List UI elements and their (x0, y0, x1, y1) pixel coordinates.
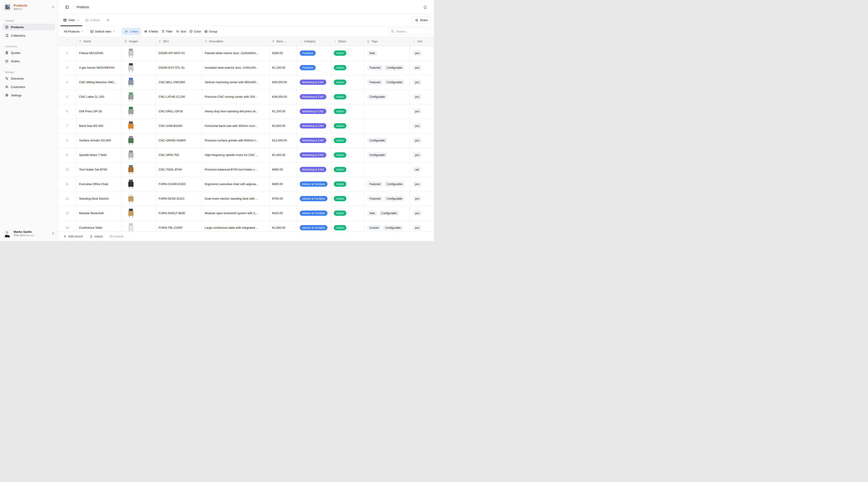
base-price-cell[interactable]: €38,000.00 (270, 90, 297, 104)
tags-cell[interactable]: FeaturedConfigurable (365, 75, 410, 89)
row-height-button[interactable]: 2 lines (122, 28, 141, 35)
sidebar-item-orders[interactable]: Orders (3, 58, 55, 65)
column-header-name[interactable]: Name (76, 37, 122, 46)
category-cell[interactable]: Interior & Furniture (297, 177, 331, 191)
row-number-cell[interactable]: 3 (58, 60, 76, 75)
tags-cell[interactable]: FeaturedConfigurable (365, 60, 410, 75)
column-header-category[interactable]: Category (297, 37, 331, 46)
base-price-cell[interactable]: €12,500.00 (270, 133, 297, 148)
tags-cell[interactable]: New (365, 46, 410, 60)
images-cell[interactable] (122, 133, 156, 148)
description-cell[interactable]: Dual-motor electric standing desk with .… (202, 191, 270, 206)
sku-cell[interactable]: CNC-LATHE-CL200 (156, 90, 202, 104)
row-number-cell[interactable]: 11 (58, 177, 76, 191)
unit-cell[interactable]: set (410, 162, 434, 177)
filter-button[interactable]: Filter (161, 30, 173, 33)
column-header-sku[interactable]: SKU (156, 37, 202, 46)
images-cell[interactable] (122, 60, 156, 75)
row-number-cell[interactable]: 13 (58, 206, 76, 220)
add-view-button[interactable] (103, 14, 113, 26)
status-cell[interactable]: Active (331, 46, 365, 60)
column-header-status[interactable]: Status (331, 37, 365, 46)
user-menu[interactable]: Marko Santic PRELAKO d.o.o.2 (0, 227, 58, 241)
images-cell[interactable] (122, 177, 156, 191)
column-header-base-[interactable]: Base ... (270, 37, 297, 46)
sidebar-item-customers[interactable]: Customers (3, 84, 55, 90)
name-cell[interactable]: Executive Office Chair (76, 177, 122, 191)
row-number-cell[interactable]: 14 (58, 220, 76, 232)
unit-cell[interactable]: pcs (410, 119, 434, 133)
status-cell[interactable]: Active (331, 60, 365, 75)
category-cell[interactable]: Furniture (297, 60, 331, 75)
base-price-cell[interactable]: €1,200.00 (270, 104, 297, 118)
search-input[interactable] (396, 30, 428, 33)
tags-cell[interactable] (365, 119, 410, 133)
images-cell[interactable] (122, 148, 156, 162)
images-cell[interactable] (122, 90, 156, 104)
row-number-cell[interactable]: 12 (58, 191, 76, 206)
select-all-checkbox[interactable] (65, 39, 69, 43)
notifications-button[interactable] (422, 4, 428, 10)
row-number-cell[interactable]: 2 (58, 46, 76, 60)
status-cell[interactable]: Active (331, 191, 365, 206)
sidebar-item-quotes[interactable]: Quotes (3, 49, 55, 56)
description-cell[interactable]: Ergonomic executive chair with adjusta..… (202, 177, 270, 191)
description-cell[interactable]: Insulated steel exterior door, 2100x100.… (202, 60, 270, 75)
column-header-images[interactable]: Images (122, 37, 156, 46)
name-cell[interactable]: 4 gas burner NEGVREP4A (76, 60, 122, 75)
unit-cell[interactable]: pcs (410, 75, 434, 89)
description-cell[interactable]: Painted white interior door, 2100x800m..… (202, 46, 270, 60)
name-cell[interactable]: Spindle Motor 7.5kW (76, 148, 122, 162)
row-number-cell[interactable]: 10 (58, 162, 76, 177)
status-cell[interactable]: Active (331, 220, 365, 232)
row-number-cell[interactable]: 9 (58, 148, 76, 162)
description-cell[interactable]: Horizontal band saw with 300mm roun... (202, 119, 270, 133)
name-cell[interactable]: Standing Desk Electric (76, 191, 122, 206)
sidebar-item-products[interactable]: Products (3, 24, 55, 30)
name-cell[interactable]: Friteza NECGP4G (76, 46, 122, 60)
name-cell[interactable]: Drill Press DP-16 (76, 104, 122, 118)
sku-cell[interactable]: FURN-TBL-CONF (156, 220, 202, 232)
category-cell[interactable]: Machining & CNC (297, 119, 331, 133)
sidebar-item-collections[interactable]: Collections (3, 32, 55, 39)
base-price-cell[interactable]: €1,200.00 (270, 60, 297, 75)
status-cell[interactable]: Active (331, 148, 365, 162)
description-cell[interactable]: High-frequency spindle motor for CNC ... (202, 148, 270, 162)
base-price-cell[interactable]: €1,800.00 (270, 220, 297, 232)
description-cell[interactable]: Heavy-duty floor-standing drill press wi… (202, 104, 270, 118)
row-number-cell[interactable]: 6 (58, 104, 76, 118)
name-cell[interactable]: Surface Grinder SG-600 (76, 133, 122, 148)
description-cell[interactable]: Precision CNC turning center with 200... (202, 90, 270, 104)
sku-cell[interactable]: DOOR-INT-WHT-01 (156, 46, 202, 60)
images-cell[interactable] (122, 206, 156, 220)
sku-cell[interactable]: CNC-SPIN-7K5 (156, 148, 202, 162)
category-cell[interactable]: Interior & Furniture (297, 191, 331, 206)
sku-cell[interactable]: CNC-SAW-BS300 (156, 119, 202, 133)
tab-gallery[interactable]: Gallery (82, 14, 103, 26)
status-cell[interactable]: Active (331, 75, 365, 89)
tab-menu-icon[interactable] (76, 19, 80, 22)
description-cell[interactable]: Large conference table with integrated .… (202, 220, 270, 232)
category-cell[interactable]: Interior & Furniture (297, 220, 331, 232)
status-cell[interactable]: Active (331, 206, 365, 220)
sku-cell[interactable]: CNC-MILL-VMC850 (156, 75, 202, 89)
images-cell[interactable] (122, 119, 156, 133)
status-cell[interactable]: Active (331, 119, 365, 133)
unit-cell[interactable]: pcs (410, 206, 434, 220)
column-header-tags[interactable]: Tags (365, 37, 410, 46)
tags-cell[interactable]: NewConfigurable (365, 206, 410, 220)
sku-cell[interactable]: FURN-DESK-ELEC (156, 191, 202, 206)
description-cell[interactable]: Modular open bookshelf system with 3,... (202, 206, 270, 220)
status-cell[interactable]: Active (331, 104, 365, 118)
unit-cell[interactable]: pcs (410, 104, 434, 118)
tags-cell[interactable] (365, 104, 410, 118)
category-cell[interactable]: Machining & CNC (297, 104, 331, 118)
sku-cell[interactable]: FURN-CHAIR-EXEC (156, 177, 202, 191)
row-number-cell[interactable]: 4 (58, 75, 76, 89)
name-cell[interactable]: Tool Holder Set BT40 (76, 162, 122, 177)
sort-button[interactable]: Sort (176, 30, 186, 33)
images-cell[interactable] (122, 162, 156, 177)
column-header-description[interactable]: Description (202, 37, 270, 46)
unit-cell[interactable]: pcs (410, 177, 434, 191)
base-price-cell[interactable]: €45,000.00 (270, 75, 297, 89)
